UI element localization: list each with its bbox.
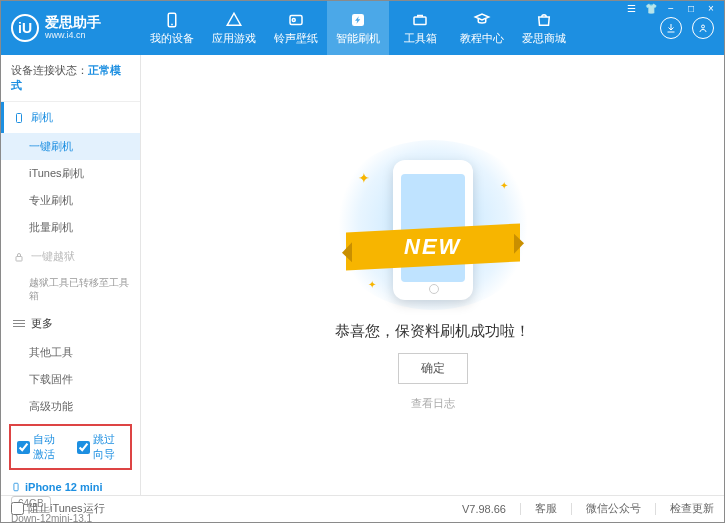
device-name[interactable]: iPhone 12 mini xyxy=(11,480,130,494)
checkbox-label: 跳过向导 xyxy=(93,432,125,462)
lock-icon xyxy=(13,251,25,263)
svg-point-3 xyxy=(292,18,295,21)
checkbox-label: 自动激活 xyxy=(33,432,65,462)
nav-label: 应用游戏 xyxy=(212,31,256,46)
sidebar-item-batch-flash[interactable]: 批量刷机 xyxy=(1,214,140,241)
main-content: ✦ ✦ ✦ NEW 恭喜您，保资料刷机成功啦！ 确定 查看日志 xyxy=(141,55,724,495)
confirm-button[interactable]: 确定 xyxy=(398,353,468,384)
sidebar-section-flash[interactable]: 刷机 xyxy=(1,102,140,133)
checkbox-skip-wizard[interactable]: 跳过向导 xyxy=(77,432,125,462)
settings-icon[interactable]: ☰ xyxy=(624,3,638,14)
sidebar-item-oneclick-flash[interactable]: 一键刷机 xyxy=(1,133,140,160)
nav-tab-toolbox[interactable]: 工具箱 xyxy=(389,1,451,55)
svg-rect-7 xyxy=(17,113,22,122)
sidebar-item-pro-flash[interactable]: 专业刷机 xyxy=(1,187,140,214)
brand-url: www.i4.cn xyxy=(45,31,101,41)
phone-icon xyxy=(13,112,25,124)
device-name-text: iPhone 12 mini xyxy=(25,481,103,493)
section-label: 一键越狱 xyxy=(31,249,75,264)
nav-label: 我的设备 xyxy=(150,31,194,46)
divider xyxy=(520,503,521,515)
nav-label: 铃声壁纸 xyxy=(274,31,318,46)
jailbreak-note: 越狱工具已转移至工具箱 xyxy=(1,272,140,308)
block-itunes-label: 阻止iTunes运行 xyxy=(28,501,105,516)
nav-tab-device[interactable]: 我的设备 xyxy=(141,1,203,55)
close-icon[interactable]: × xyxy=(704,3,718,14)
success-message: 恭喜您，保资料刷机成功啦！ xyxy=(335,322,530,341)
connection-status: 设备连接状态：正常模式 xyxy=(1,55,140,102)
toolbox-icon xyxy=(411,11,429,29)
nav-label: 教程中心 xyxy=(460,31,504,46)
svg-rect-8 xyxy=(16,256,22,261)
maximize-icon[interactable]: □ xyxy=(684,3,698,14)
nav-tab-store[interactable]: 爱思商城 xyxy=(513,1,575,55)
store-icon xyxy=(535,11,553,29)
sidebar-item-download-firmware[interactable]: 下载固件 xyxy=(1,366,140,393)
flash-icon xyxy=(349,11,367,29)
sidebar-section-jailbreak: 一键越狱 xyxy=(1,241,140,272)
nav-tab-apps[interactable]: 应用游戏 xyxy=(203,1,265,55)
sparkle-icon: ✦ xyxy=(500,180,508,191)
user-icon xyxy=(697,22,709,34)
version-text: V7.98.66 xyxy=(462,503,506,515)
success-illustration: ✦ ✦ ✦ NEW xyxy=(328,140,538,310)
brand-name: 爱思助手 xyxy=(45,15,101,30)
nav-tabs: 我的设备 应用游戏 铃声壁纸 智能刷机 工具箱 教程中心 爱思商城 xyxy=(141,1,660,55)
section-label: 更多 xyxy=(31,316,53,331)
logo-icon: iU xyxy=(11,14,39,42)
logo-area: iU 爱思助手 www.i4.cn xyxy=(1,14,141,42)
status-label: 设备连接状态： xyxy=(11,64,88,76)
divider xyxy=(571,503,572,515)
block-itunes-checkbox[interactable] xyxy=(11,502,24,515)
options-row: 自动激活 跳过向导 xyxy=(9,424,132,470)
phone-icon xyxy=(11,480,21,494)
download-button[interactable] xyxy=(660,17,682,39)
window-controls: ☰ 👕 − □ × xyxy=(624,3,718,14)
checkbox-input[interactable] xyxy=(17,441,30,454)
divider xyxy=(655,503,656,515)
checkbox-auto-activate[interactable]: 自动激活 xyxy=(17,432,65,462)
nav-label: 工具箱 xyxy=(404,31,437,46)
checkbox-input[interactable] xyxy=(77,441,90,454)
service-link[interactable]: 客服 xyxy=(535,501,557,516)
wechat-link[interactable]: 微信公众号 xyxy=(586,501,641,516)
list-icon xyxy=(13,320,25,327)
nav-label: 智能刷机 xyxy=(336,31,380,46)
sparkle-icon: ✦ xyxy=(358,170,370,186)
sidebar: 设备连接状态：正常模式 刷机 一键刷机 iTunes刷机 专业刷机 批量刷机 一… xyxy=(1,55,141,495)
sidebar-section-more[interactable]: 更多 xyxy=(1,308,140,339)
check-update-link[interactable]: 检查更新 xyxy=(670,501,714,516)
download-icon xyxy=(665,22,677,34)
skin-icon[interactable]: 👕 xyxy=(644,3,658,14)
minimize-icon[interactable]: − xyxy=(664,3,678,14)
sidebar-item-other-tools[interactable]: 其他工具 xyxy=(1,339,140,366)
tutorial-icon xyxy=(473,11,491,29)
view-log-link[interactable]: 查看日志 xyxy=(411,396,455,411)
svg-point-6 xyxy=(702,25,705,28)
sparkle-icon: ✦ xyxy=(368,279,376,290)
nav-tab-tutorial[interactable]: 教程中心 xyxy=(451,1,513,55)
sidebar-item-itunes-flash[interactable]: iTunes刷机 xyxy=(1,160,140,187)
sidebar-item-advanced[interactable]: 高级功能 xyxy=(1,393,140,420)
svg-rect-5 xyxy=(414,17,426,25)
apps-icon xyxy=(225,11,243,29)
user-button[interactable] xyxy=(692,17,714,39)
banner-text: NEW xyxy=(404,234,461,260)
nav-tab-flash[interactable]: 智能刷机 xyxy=(327,1,389,55)
section-label: 刷机 xyxy=(31,110,53,125)
media-icon xyxy=(287,11,305,29)
svg-rect-9 xyxy=(14,483,18,491)
device-icon xyxy=(163,11,181,29)
nav-label: 爱思商城 xyxy=(522,31,566,46)
header: iU 爱思助手 www.i4.cn 我的设备 应用游戏 铃声壁纸 智能刷机 工具… xyxy=(1,1,724,55)
nav-tab-media[interactable]: 铃声壁纸 xyxy=(265,1,327,55)
